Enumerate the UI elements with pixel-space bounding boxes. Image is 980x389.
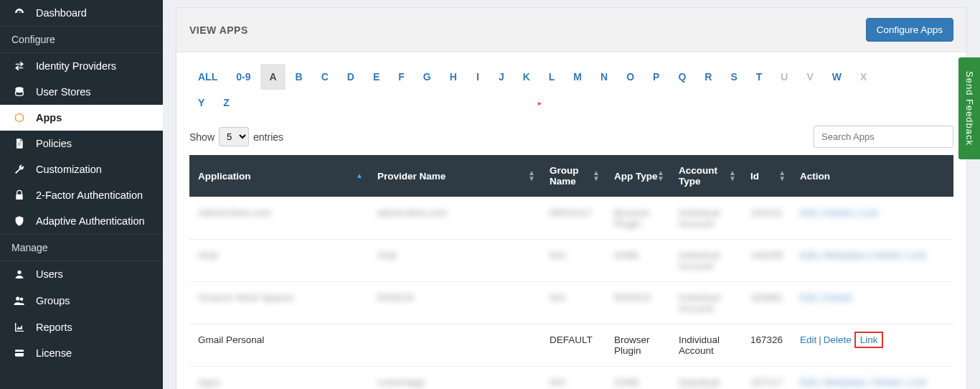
table-row: App1customappN/ASAMLIndividual Account16… [189,367,953,390]
main-content: VIEW APPS Configure Apps ALL0-9ABCDEFGHI… [163,0,980,389]
table-cell: SAML [606,367,670,390]
alpha-filter-o[interactable]: O [618,64,643,90]
alpha-filter-g[interactable]: G [415,64,440,90]
table-cell: Individual Account [670,367,742,390]
sidebar-item-label: Adaptive Authentication [36,215,145,227]
alpha-filter-m[interactable]: M [565,64,590,90]
alpha-filter-row1: ALL0-9ABCDEFGHIJKLMNOPQRSTUVWX [189,64,953,90]
table-cell: Individual Account [670,282,742,324]
svg-point-2 [16,296,19,300]
alpha-filter-0-9[interactable]: 0-9 [227,64,259,90]
alpha-filter-r[interactable]: R [696,64,720,90]
col-group[interactable]: Group Name▲▼ [541,155,606,197]
sidebar-item-label: Identity Providers [36,60,116,72]
sidebar-item-identity-providers[interactable]: Identity Providers [0,53,163,79]
sidebar-item-apps[interactable]: Apps [0,105,163,131]
page-size-select[interactable]: 5 [219,127,249,146]
table-cell: DEFAULT [541,197,606,240]
table-cell: Ahal [369,240,541,282]
col-provider[interactable]: Provider Name▲▼ [369,155,541,197]
table-cell: Individual Account [670,240,742,282]
alpha-filter-l[interactable]: L [540,64,564,90]
sort-icon: ▲▼ [778,170,786,182]
sort-icon: ▲▼ [729,170,736,182]
table-cell: 140236 [742,240,791,282]
alpha-filter-all[interactable]: ALL [189,64,226,90]
sidebar-item-policies[interactable]: Policies [0,131,163,156]
alpha-filter-p[interactable]: P [644,64,668,90]
edit-link[interactable]: Edit [800,334,816,345]
cube-icon [11,112,27,123]
sidebar-item-label: Groups [36,295,70,306]
sidebar-item-users[interactable]: Users [0,261,163,287]
col-accounttype[interactable]: Account Type▲▼ [670,155,742,197]
reports-icon [11,322,27,333]
table-cell: Ahal [189,240,369,282]
sidebar-item-reports[interactable]: Reports [0,314,163,340]
send-feedback-tab[interactable]: Send Feedback [958,57,980,159]
alpha-filter-q[interactable]: Q [669,64,694,90]
alpha-filter-e[interactable]: E [364,64,388,90]
alpha-filter-a[interactable]: A [260,64,285,90]
svg-rect-5 [15,352,24,353]
sidebar-item-adaptive-auth[interactable]: Adaptive Authentication [0,208,163,234]
alpha-filter-z[interactable]: Z [215,90,238,116]
col-action: Action [791,155,953,197]
user-icon [11,268,27,280]
col-application[interactable]: Application▲ [189,155,369,197]
lock-icon [11,189,27,201]
sort-icon: ▲▼ [593,170,600,182]
sidebar-item-label: User Stores [36,86,91,98]
alpha-filter-row2: YZ [189,90,240,116]
col-id[interactable]: Id▲▼ [742,155,791,197]
alpha-filter-s[interactable]: S [722,64,745,90]
shield-icon [11,215,27,227]
alpha-filter-n[interactable]: N [592,64,616,90]
col-apptype[interactable]: App Type▲▼ [606,155,670,197]
alpha-filter-k[interactable]: K [514,64,539,90]
sidebar-item-customization[interactable]: Customization [0,156,163,182]
delete-link[interactable]: Delete [824,334,852,345]
link-link[interactable]: Link [854,332,884,348]
alpha-filter-j[interactable]: J [490,64,513,90]
card-icon [11,347,27,359]
swap-icon [11,60,27,72]
sidebar-item-user-stores[interactable]: User Stores [0,79,163,105]
sidebar-item-groups[interactable]: Groups [0,287,163,314]
table-cell: SAML [606,240,670,282]
table-cell: DEFAULT [541,324,606,367]
alpha-filter-u: U [772,64,796,90]
table-cell: customapp [369,367,541,390]
search-apps-input[interactable] [814,126,953,148]
table-cell: N/A [541,282,606,324]
panel-header: VIEW APPS Configure Apps [176,8,966,52]
alpha-filter-y[interactable]: Y [189,90,213,116]
panel-title: VIEW APPS [189,24,248,36]
table-cell [369,324,541,367]
dashboard-icon [11,7,27,19]
alpha-filter-d[interactable]: D [339,64,363,90]
sidebar-item-license[interactable]: License [0,340,163,366]
sidebar-item-label: Reports [36,322,72,333]
alpha-filter-c[interactable]: C [313,64,337,90]
alpha-filter-x: X [852,64,875,90]
alpha-filter-w[interactable]: W [824,64,850,90]
sidebar-item-dashboard[interactable]: Dashboard [0,0,163,26]
database-icon [11,86,27,98]
alpha-filter-f[interactable]: F [390,64,413,90]
sidebar-item-label: Policies [36,138,72,149]
table-cell: adminclient.com [369,197,541,240]
alpha-filter-b[interactable]: B [287,64,311,90]
table-cell: Individual Account [670,324,742,367]
alpha-filter-t[interactable]: T [748,64,771,90]
alpha-filter-h[interactable]: H [441,64,466,90]
sidebar-item-label: License [36,347,72,359]
sidebar-item-label: Apps [36,112,62,123]
sidebar-item-2fa[interactable]: 2-Factor Authentication [0,182,163,208]
alpha-filter-i[interactable]: I [467,64,489,90]
configure-apps-button[interactable]: Configure Apps [866,18,953,42]
entries-label: entries [253,131,283,143]
table-cell: N/A [541,240,606,282]
show-entries: Show 5 entries [189,127,283,146]
table-row: Gmail PersonalDEFAULTBrowser PluginIndiv… [189,324,953,367]
